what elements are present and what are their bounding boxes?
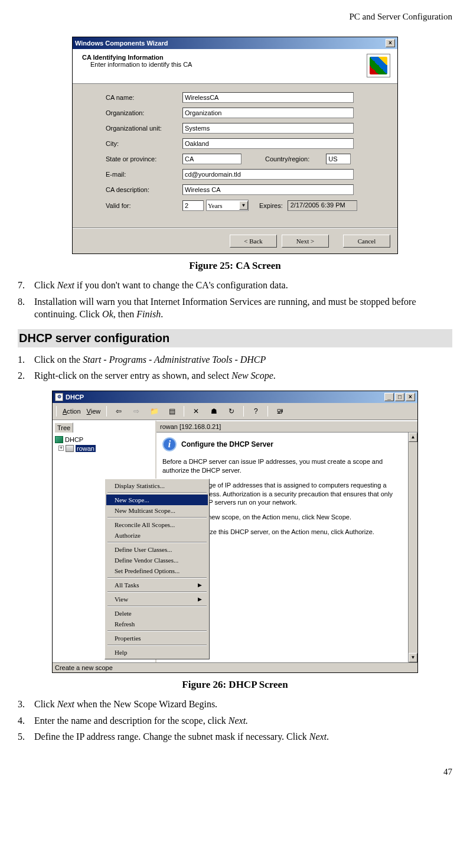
properties-icon[interactable]: ☗: [208, 405, 220, 417]
expires-label: Expires:: [259, 202, 283, 209]
back-arrow-icon[interactable]: ⇦: [113, 405, 125, 417]
cm-properties[interactable]: Properties: [106, 633, 208, 643]
valid-for-label: Valid for:: [106, 202, 182, 209]
ca-name-label: CA name:: [106, 94, 182, 101]
dhcp-step-4: Enter the name and description for the s…: [34, 714, 452, 727]
cm-authorize[interactable]: Authorize: [106, 530, 208, 541]
ca-desc-input[interactable]: [182, 184, 354, 195]
email-label: E-mail:: [106, 171, 182, 178]
ca-wizard-dialog: Windows Components Wizard × CA Identifyi…: [72, 37, 398, 254]
scrollbar[interactable]: ▲ ▼: [408, 433, 417, 662]
submenu-arrow-icon: ▶: [198, 582, 202, 588]
context-menu: Display Statistics... New Scope... New M…: [105, 479, 210, 659]
menu-action[interactable]: Action: [63, 408, 81, 415]
scroll-up-icon[interactable]: ▲: [409, 433, 417, 442]
page-number: 47: [18, 767, 452, 777]
windows-flag-icon: [367, 54, 390, 77]
expires-value: 2/17/2005 6:39 PM: [288, 200, 357, 211]
back-button[interactable]: < Back: [230, 235, 277, 248]
maximize-icon[interactable]: □: [395, 393, 404, 401]
show-list-icon[interactable]: ▤: [166, 405, 178, 417]
org-unit-input[interactable]: [182, 123, 354, 134]
expand-icon[interactable]: +: [58, 446, 64, 451]
cm-new-multicast[interactable]: New Multicast Scope...: [106, 505, 208, 516]
country-input[interactable]: [326, 154, 351, 164]
config-title: Configure the DHCP Server: [181, 440, 273, 449]
city-label: City:: [106, 140, 182, 147]
section-heading-dhcp: DHCP server configuration: [18, 329, 452, 347]
step-8: Installation will warn you that Internet…: [34, 295, 452, 321]
cm-all-tasks[interactable]: All Tasks▶: [106, 580, 208, 590]
forward-arrow-icon[interactable]: ⇨: [130, 405, 142, 417]
right-pane-header: rowan [192.168.0.21]: [156, 421, 417, 433]
delete-icon[interactable]: ✕: [190, 405, 202, 417]
dhcp-step-5: Define the IP address range. Change the …: [34, 730, 452, 743]
help-icon[interactable]: ?: [250, 405, 262, 417]
org-unit-label: Organizational unit:: [106, 125, 182, 132]
figure25-caption: Figure 25: CA Screen: [18, 260, 452, 272]
window-title: DHCP: [66, 394, 84, 401]
window-title: Windows Components Wizard: [75, 40, 168, 47]
dhcp-root-icon: [55, 436, 63, 443]
step-7: Click Next if you don't want to change t…: [34, 279, 452, 292]
dhcp-window: ⚙ DHCP _ □ × Action View ⇦ ⇨ 📁 ▤ ✕ ☗ ↻ ?…: [52, 391, 418, 673]
submenu-arrow-icon: ▶: [198, 596, 202, 602]
dhcp-para1: Before a DHCP server can issue IP addres…: [162, 457, 402, 475]
dhcp-step-1: Click on the Start - Programs - Administ…: [34, 353, 452, 366]
email-input[interactable]: [182, 169, 354, 180]
scroll-down-icon[interactable]: ▼: [409, 653, 417, 662]
dhcp-step-2: Right-click on the server entry as shown…: [34, 369, 452, 382]
tree-root[interactable]: DHCP: [55, 436, 153, 443]
organization-input[interactable]: [182, 108, 354, 118]
valid-unit-value: Years: [208, 202, 223, 209]
close-icon[interactable]: ×: [386, 39, 395, 47]
tree-server[interactable]: + rowan: [58, 445, 153, 452]
state-input[interactable]: [182, 154, 241, 164]
cm-refresh[interactable]: Refresh: [106, 619, 208, 629]
cm-set-predef[interactable]: Set Predefined Options...: [106, 565, 208, 576]
toolbar: Action View ⇦ ⇨ 📁 ▤ ✕ ☗ ↻ ? 🖳: [53, 403, 417, 420]
close-icon[interactable]: ×: [406, 393, 415, 401]
figure26-caption: Figure 26: DHCP Screen: [18, 679, 452, 691]
next-button[interactable]: Next >: [282, 235, 329, 248]
console-icon[interactable]: 🖳: [274, 405, 286, 417]
cm-new-scope[interactable]: New Scope...: [106, 495, 208, 505]
refresh-icon[interactable]: ↻: [226, 405, 237, 417]
ca-desc-label: CA description:: [106, 186, 182, 193]
organization-label: Organization:: [106, 109, 182, 116]
tree-tab[interactable]: Tree: [54, 422, 73, 433]
cm-display-stats[interactable]: Display Statistics...: [106, 480, 208, 491]
status-bar: Create a new scope: [53, 662, 417, 672]
chevron-down-icon: ▼: [239, 201, 248, 210]
server-icon: [66, 445, 74, 452]
dhcp-para3: To add a new scope, on the Action menu, …: [181, 513, 402, 522]
cm-def-vendor[interactable]: Define Vendor Classes...: [106, 555, 208, 565]
wizard-header: CA Identifying Information Enter informa…: [73, 49, 397, 84]
window-titlebar: ⚙ DHCP _ □ ×: [53, 391, 417, 403]
cm-reconcile[interactable]: Reconcile All Scopes...: [106, 519, 208, 530]
country-label: Country/region:: [265, 155, 309, 162]
cm-delete[interactable]: Delete: [106, 608, 208, 619]
up-folder-icon[interactable]: 📁: [148, 405, 160, 417]
wizard-header-subtitle: Enter information to identify this CA: [90, 61, 367, 68]
tree-server-label: rowan: [76, 445, 96, 452]
info-icon: i: [162, 437, 177, 451]
page-header: PC and Server Configuration: [18, 12, 452, 22]
valid-unit-select[interactable]: Years ▼: [206, 200, 249, 211]
valid-num-input[interactable]: [182, 200, 204, 211]
wizard-header-title: CA Identifying Information: [82, 54, 367, 61]
ca-name-input[interactable]: [182, 92, 354, 103]
cm-help[interactable]: Help: [106, 647, 208, 658]
dhcp-para4: To authorize this DHCP server, on the Ac…: [181, 528, 402, 537]
city-input[interactable]: [182, 138, 354, 149]
cm-def-user[interactable]: Define User Classes...: [106, 544, 208, 555]
menu-view[interactable]: View: [87, 408, 101, 415]
window-titlebar: Windows Components Wizard ×: [73, 37, 397, 49]
minimize-icon[interactable]: _: [384, 393, 394, 401]
cm-view[interactable]: View▶: [106, 594, 208, 604]
dhcp-app-icon: ⚙: [55, 393, 63, 401]
state-label: State or province:: [106, 155, 182, 162]
dhcp-step-3: Click Next when the New Scope Wizard Beg…: [34, 698, 452, 711]
cancel-button[interactable]: Cancel: [343, 235, 390, 248]
